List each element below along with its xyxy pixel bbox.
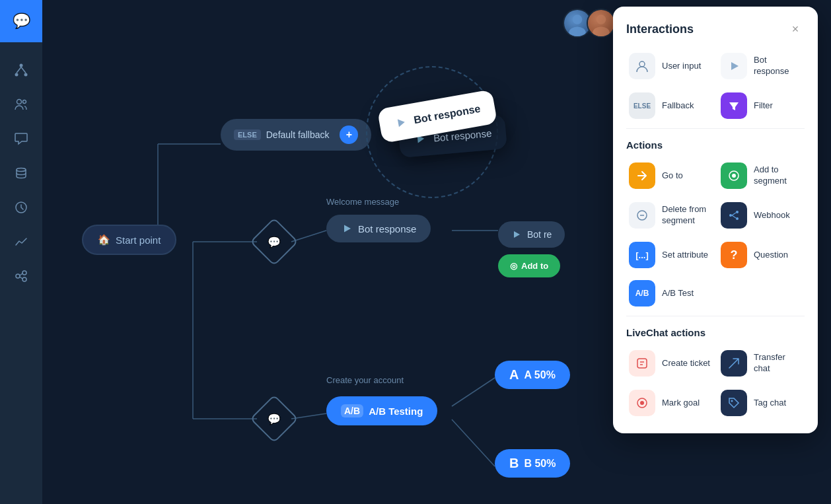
fallback-icon: ELSE xyxy=(629,92,655,119)
b-badge-letter: B xyxy=(509,456,519,471)
sidebar-item-flow[interactable] xyxy=(7,55,36,85)
svg-point-5 xyxy=(17,100,22,104)
interaction-filter[interactable]: Filter xyxy=(718,89,805,123)
svg-line-3 xyxy=(17,67,21,73)
avatar-2 xyxy=(587,9,616,38)
livechat-transfer-chat[interactable]: Transfer chat xyxy=(718,346,805,380)
a-badge-letter: A xyxy=(509,367,519,382)
interaction-user-input[interactable]: User input xyxy=(626,49,713,83)
ab-icon: A/B xyxy=(341,404,363,417)
bot-response-main-label: Bot response xyxy=(358,223,416,234)
bot-response-main-node[interactable]: Bot response xyxy=(326,215,431,242)
interaction-bot-response[interactable]: Bot response xyxy=(718,49,805,83)
b-badge[interactable]: B B 50% xyxy=(495,449,570,478)
svg-line-13 xyxy=(20,277,22,279)
question-icon: ? xyxy=(721,242,747,268)
delete-segment-label: Delete from segment xyxy=(662,204,710,227)
svg-point-2 xyxy=(24,73,28,77)
logo-icon: 💬 xyxy=(13,13,30,30)
bot-response-label: Bot response xyxy=(754,55,802,77)
svg-line-33 xyxy=(452,419,495,466)
sidebar-item-schedule[interactable] xyxy=(7,193,36,222)
svg-point-34 xyxy=(639,61,645,67)
user-input-icon-1: 💬 xyxy=(268,236,281,248)
action-delete-segment[interactable]: Delete from segment xyxy=(626,198,713,233)
user-input-icon xyxy=(629,53,655,79)
close-panel-button[interactable]: × xyxy=(786,20,805,38)
fallback-node[interactable]: ELSE Default fallback + xyxy=(221,119,371,151)
action-question[interactable]: ? Question xyxy=(718,238,805,272)
add-to-label: Add to xyxy=(521,261,548,271)
webhook-icon xyxy=(721,202,747,229)
svg-point-11 xyxy=(22,277,26,281)
add-button[interactable]: + xyxy=(340,126,358,144)
a-badge[interactable]: A A 50% xyxy=(495,361,570,389)
panel-title: Interactions xyxy=(626,22,694,36)
divider-2 xyxy=(626,316,805,316)
avatar-group xyxy=(563,9,616,38)
svg-line-12 xyxy=(20,273,22,275)
bot-response-card-label: Bot response xyxy=(413,103,482,126)
logo-button[interactable]: 💬 xyxy=(0,0,42,42)
webhook-label: Webhook xyxy=(754,210,790,221)
ab-test-icon: A/B xyxy=(629,280,655,306)
question-label: Question xyxy=(754,250,788,261)
svg-line-42 xyxy=(732,213,736,215)
svg-line-31 xyxy=(291,414,326,419)
add-segment-icon: ◎ xyxy=(510,261,517,271)
user-input-icon-2: 💬 xyxy=(268,413,281,425)
user-input-node-2[interactable]: 💬 xyxy=(257,402,291,436)
sidebar-item-database[interactable] xyxy=(7,159,36,188)
create-ticket-label: Create ticket xyxy=(662,358,710,369)
sidebar-item-segments[interactable] xyxy=(7,262,36,291)
user-input-label: User input xyxy=(662,61,701,72)
livechat-tag-chat[interactable]: Tag chat xyxy=(718,386,805,420)
ab-testing-node[interactable]: A/B A/B Testing xyxy=(326,396,437,425)
action-add-segment[interactable]: Add to segment xyxy=(718,159,805,193)
add-segment-label: Add to segment xyxy=(754,164,802,187)
svg-point-0 xyxy=(20,64,23,67)
svg-point-41 xyxy=(736,217,739,220)
sidebar-item-analytics[interactable] xyxy=(7,227,36,256)
user-input-diamond-1: 💬 xyxy=(250,217,299,266)
add-to-segment-partial[interactable]: ◎ Add to xyxy=(498,254,560,277)
goto-icon xyxy=(629,162,655,189)
svg-point-17 xyxy=(593,26,609,38)
svg-point-1 xyxy=(15,73,18,77)
filter-label: Filter xyxy=(754,100,773,112)
else-badge: ELSE xyxy=(234,129,261,140)
mark-goal-label: Mark goal xyxy=(662,398,700,409)
livechat-create-ticket[interactable]: Create ticket xyxy=(626,346,713,380)
svg-line-32 xyxy=(452,378,495,406)
sidebar-item-chat[interactable] xyxy=(7,124,36,153)
livechat-section: Create ticket Transfer chat Mark goal Ta… xyxy=(626,346,805,420)
close-icon: × xyxy=(792,22,799,36)
action-goto[interactable]: Go to xyxy=(626,159,713,193)
svg-point-48 xyxy=(640,401,644,405)
svg-point-15 xyxy=(569,26,585,38)
start-icon: 🏠 xyxy=(98,234,110,246)
ab-testing-label: A/B Testing xyxy=(369,406,423,417)
livechat-section-title: LiveChat actions xyxy=(626,327,805,338)
svg-point-36 xyxy=(732,174,736,178)
sidebar-item-users[interactable] xyxy=(7,90,36,119)
user-input-node-1[interactable]: 💬 xyxy=(257,225,291,259)
svg-point-9 xyxy=(16,274,20,278)
fallback-label: Fallback xyxy=(662,100,694,112)
action-set-attribute[interactable]: [...] Set attribute xyxy=(626,238,713,272)
divider-1 xyxy=(626,128,805,129)
bot-response-partial-label: Bot re xyxy=(527,229,552,240)
start-point-node[interactable]: 🏠 Start point xyxy=(82,225,176,255)
action-webhook[interactable]: Webhook xyxy=(718,198,805,233)
sidebar: 💬 xyxy=(0,0,42,504)
livechat-mark-goal[interactable]: Mark goal xyxy=(626,386,713,420)
action-ab-test[interactable]: A/B A/B Test xyxy=(626,276,805,310)
bot-response-partial[interactable]: Bot re xyxy=(498,221,565,248)
add-segment-icon xyxy=(721,162,747,189)
svg-line-43 xyxy=(732,215,736,218)
filter-icon xyxy=(721,92,747,119)
interactions-panel: Interactions × User input Bot response E… xyxy=(613,7,818,433)
svg-line-4 xyxy=(21,67,26,73)
svg-point-49 xyxy=(731,400,733,402)
interaction-fallback[interactable]: ELSE Fallback xyxy=(626,89,713,123)
